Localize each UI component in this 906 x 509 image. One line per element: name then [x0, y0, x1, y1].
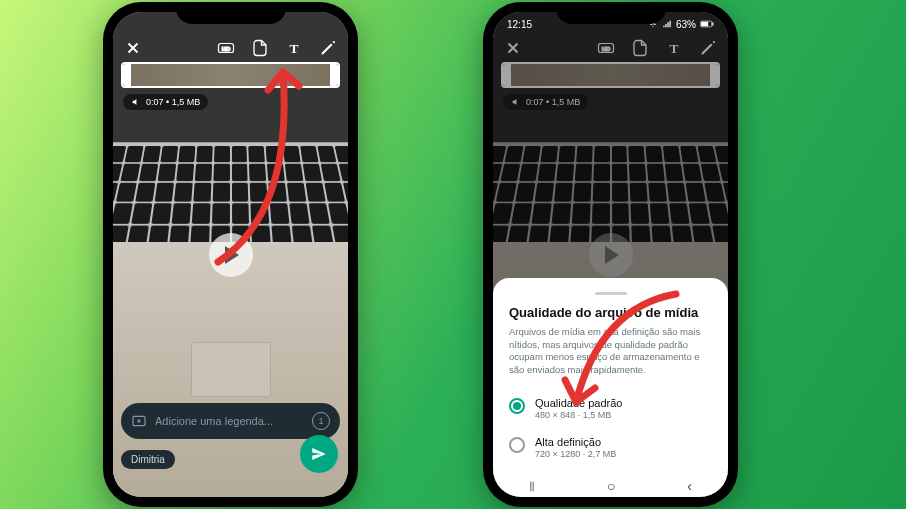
- text-icon[interactable]: T: [284, 38, 304, 58]
- recipient-chip[interactable]: Dimitria: [121, 450, 175, 469]
- nav-home-icon[interactable]: ○: [607, 478, 615, 494]
- trim-handle-left[interactable]: [503, 64, 511, 86]
- hd-icon[interactable]: HD: [216, 38, 236, 58]
- radio-selected-icon: [509, 398, 525, 414]
- nav-back-icon[interactable]: ‹: [687, 478, 692, 494]
- option-subtitle: 480 × 848 · 1,5 MB: [535, 410, 622, 420]
- nav-back-icon[interactable]: ‹: [307, 478, 312, 494]
- close-icon[interactable]: [503, 38, 523, 58]
- notch: [556, 2, 666, 24]
- screen-right: 12:15 63% HD T: [493, 12, 728, 497]
- editor-toolbar: HD T: [113, 38, 348, 58]
- editor-toolbar: HD T: [493, 38, 728, 58]
- notch: [176, 2, 286, 24]
- option-high-definition[interactable]: Alta definição 720 × 1280 · 2,7 MB: [509, 428, 712, 467]
- media-meta-text: 0:07 • 1,5 MB: [146, 97, 200, 107]
- speaker-icon: [511, 97, 521, 107]
- screen-left: HD T 0:07 • 1,5 MB: [113, 12, 348, 497]
- svg-rect-5: [701, 22, 708, 27]
- hd-icon[interactable]: HD: [596, 38, 616, 58]
- caption-placeholder: Adicione uma legenda...: [155, 415, 273, 427]
- svg-text:T: T: [289, 41, 298, 56]
- option-title: Alta definição: [535, 436, 616, 448]
- video-trim-bar[interactable]: [121, 62, 340, 88]
- sheet-drag-handle[interactable]: [595, 292, 627, 295]
- trim-handle-right[interactable]: [330, 64, 338, 86]
- sticker-icon[interactable]: [630, 38, 650, 58]
- trim-handle-left[interactable]: [123, 64, 131, 86]
- caption-input[interactable]: Adicione uma legenda... 1: [121, 403, 340, 439]
- signal-icon: [662, 19, 672, 29]
- nav-recents-icon[interactable]: ⦀: [529, 478, 535, 495]
- nav-recents-icon[interactable]: ⦀: [149, 478, 155, 495]
- android-navbar: ⦀ ○ ‹: [113, 475, 348, 497]
- media-meta-pill: 0:07 • 1,5 MB: [503, 94, 588, 110]
- trim-handle-right[interactable]: [710, 64, 718, 86]
- battery-icon: [700, 20, 714, 28]
- phone-left: HD T 0:07 • 1,5 MB: [103, 2, 358, 507]
- send-button[interactable]: [300, 435, 338, 473]
- close-icon[interactable]: [123, 38, 143, 58]
- status-battery: 63%: [676, 19, 696, 30]
- media-meta-text: 0:07 • 1,5 MB: [526, 97, 580, 107]
- status-time: 12:15: [507, 19, 532, 30]
- draw-icon[interactable]: [318, 38, 338, 58]
- draw-icon[interactable]: [698, 38, 718, 58]
- radio-unselected-icon: [509, 437, 525, 453]
- quality-bottom-sheet: Qualidade do arquivo de mídia Arquivos d…: [493, 278, 728, 497]
- media-meta-pill: 0:07 • 1,5 MB: [123, 94, 208, 110]
- svg-text:T: T: [669, 41, 678, 56]
- svg-rect-6: [712, 22, 713, 26]
- option-standard-quality[interactable]: Qualidade padrão 480 × 848 · 1,5 MB: [509, 389, 712, 428]
- video-trim-bar[interactable]: [501, 62, 720, 88]
- svg-text:HD: HD: [222, 46, 231, 52]
- nav-home-icon[interactable]: ○: [227, 478, 235, 494]
- sticker-icon[interactable]: [250, 38, 270, 58]
- media-add-icon[interactable]: [131, 413, 147, 429]
- view-once-icon[interactable]: 1: [312, 412, 330, 430]
- android-navbar: ⦀ ○ ‹: [493, 475, 728, 497]
- text-icon[interactable]: T: [664, 38, 684, 58]
- play-button[interactable]: [209, 233, 253, 277]
- speaker-icon: [131, 97, 141, 107]
- sheet-description: Arquivos de mídia em alta definição são …: [509, 326, 712, 377]
- touchpad: [191, 342, 271, 397]
- svg-text:HD: HD: [602, 46, 611, 52]
- option-subtitle: 720 × 1280 · 2,7 MB: [535, 449, 616, 459]
- sheet-title: Qualidade do arquivo de mídia: [509, 305, 712, 320]
- phone-right: 12:15 63% HD T: [483, 2, 738, 507]
- option-title: Qualidade padrão: [535, 397, 622, 409]
